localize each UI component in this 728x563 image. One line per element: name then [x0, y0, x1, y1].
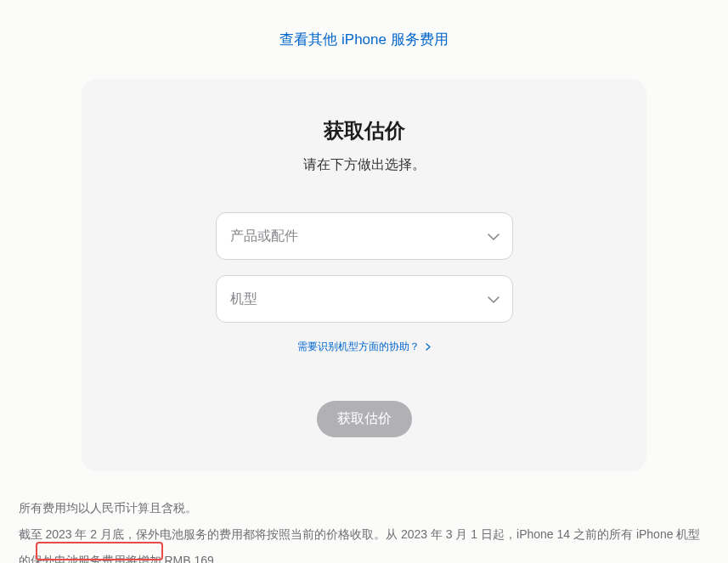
- product-select[interactable]: 产品或配件: [216, 212, 513, 260]
- model-select-label: 机型: [230, 290, 257, 308]
- footer-line2-container: 截至 2023 年 2 月底，保外电池服务的费用都将按照当前的价格收取。从 20…: [19, 521, 710, 563]
- product-select-wrapper: 产品或配件: [216, 212, 513, 260]
- other-services-link[interactable]: 查看其他 iPhone 服务费用: [279, 31, 448, 48]
- help-link-container: 需要识别机型方面的协助？: [116, 338, 612, 354]
- model-select-wrapper: 机型: [216, 275, 513, 323]
- model-select[interactable]: 机型: [216, 275, 513, 323]
- help-identify-link[interactable]: 需要识别机型方面的协助？: [297, 341, 430, 352]
- footer-line2: 截至 2023 年 2 月底，保外电池服务的费用都将按照当前的价格收取。从 20…: [19, 527, 701, 563]
- chevron-right-icon: [426, 341, 431, 353]
- estimate-card: 获取估价 请在下方做出选择。 产品或配件 机型 需要识别机型方面的协助？: [82, 79, 646, 471]
- help-link-text: 需要识别机型方面的协助？: [297, 341, 420, 352]
- card-subtitle: 请在下方做出选择。: [116, 156, 612, 174]
- footer-text: 所有费用均以人民币计算且含税。 截至 2023 年 2 月底，保外电池服务的费用…: [10, 495, 719, 563]
- footer-line1: 所有费用均以人民币计算且含税。: [19, 495, 710, 521]
- get-estimate-button[interactable]: 获取估价: [317, 401, 412, 437]
- form-group: 产品或配件 机型: [116, 212, 612, 323]
- card-title: 获取估价: [116, 117, 612, 144]
- top-link-container: 查看其他 iPhone 服务费用: [0, 30, 728, 49]
- product-select-label: 产品或配件: [230, 228, 298, 245]
